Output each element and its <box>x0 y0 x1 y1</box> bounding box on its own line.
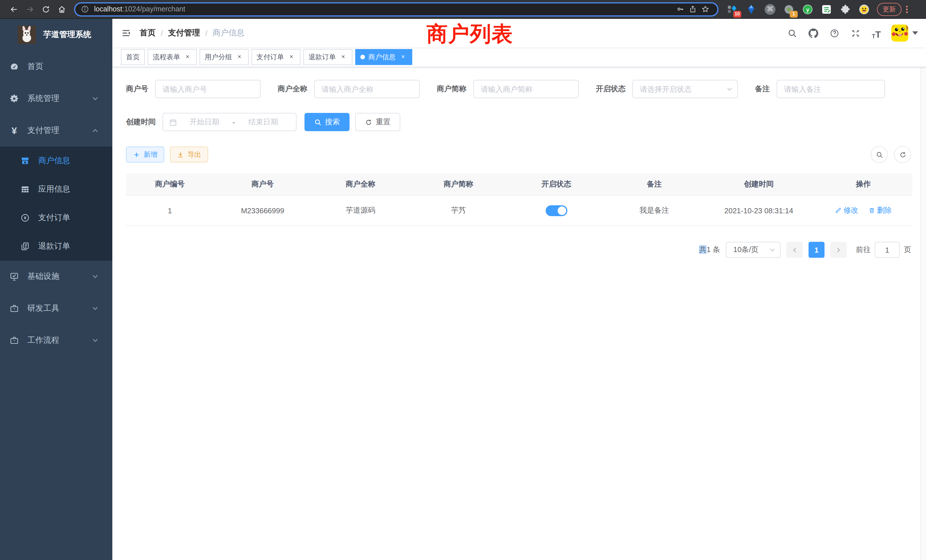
merchant-table: 商户编号 商户号 商户全称 商户简称 开启状态 备注 创建时间 操作 1 <box>126 173 912 226</box>
status-toggle[interactable] <box>545 205 567 216</box>
sidebar-item-system[interactable]: 系统管理 <box>0 83 112 115</box>
ext-y-icon[interactable]: y <box>802 3 814 15</box>
payment-submenu: 商户信息 应用信息 ¥ 支付订单 <box>0 147 112 260</box>
merchant-name-input[interactable] <box>314 80 420 98</box>
sidebar-item-app-info[interactable]: 应用信息 <box>0 175 112 204</box>
sidebar-fold-icon[interactable] <box>116 23 136 43</box>
remark-input[interactable] <box>776 80 885 98</box>
col-actions: 操作 <box>814 173 912 195</box>
date-range-picker[interactable]: 开始日期 - 结束日期 <box>162 113 297 131</box>
dashboard-icon <box>9 62 20 72</box>
sidebar-item-payment[interactable]: ¥ 支付管理 <box>0 115 112 147</box>
caret-down-icon <box>912 31 918 35</box>
refresh-table-icon-button[interactable] <box>894 146 911 163</box>
active-dot <box>360 55 365 59</box>
col-merchant-no: 商户号 <box>213 173 311 195</box>
edit-link[interactable]: 修改 <box>835 205 858 216</box>
sidebar-item-workflow[interactable]: 工作流程 <box>0 324 112 356</box>
tab-home[interactable]: 首页 <box>121 49 145 65</box>
close-icon[interactable]: × <box>287 53 295 61</box>
password-key-icon[interactable] <box>674 3 687 15</box>
app-title: 芋道管理系统 <box>43 30 91 40</box>
breadcrumb-home[interactable]: 首页 <box>140 28 156 38</box>
page-scrollbar[interactable] <box>920 19 926 560</box>
github-icon[interactable] <box>807 27 819 39</box>
pagination: 共1 条 10条/页 1 前往 <box>126 242 912 258</box>
forward-icon[interactable] <box>22 2 38 17</box>
tab-pay-order[interactable]: 支付订单× <box>251 49 301 65</box>
yen-circle-icon: ¥ <box>20 213 30 223</box>
reload-icon[interactable] <box>38 2 54 17</box>
pagination-goto: 前往 页 <box>856 242 911 258</box>
sidebar-item-refund-order[interactable]: 退款订单 <box>0 232 112 260</box>
page-size-select[interactable]: 10条/页 <box>726 242 781 258</box>
download-icon <box>177 151 184 158</box>
reset-button[interactable]: 重置 <box>355 113 400 131</box>
col-merchant-short: 商户简称 <box>409 173 507 195</box>
help-icon[interactable] <box>828 27 840 39</box>
briefcase-icon <box>9 303 20 314</box>
close-icon[interactable]: × <box>236 53 244 61</box>
ext-gem-icon[interactable] <box>745 3 757 15</box>
tab-user-group[interactable]: 用户分组× <box>200 49 249 65</box>
breadcrumb-payment[interactable]: 支付管理 <box>168 28 200 38</box>
close-icon[interactable]: × <box>339 53 347 61</box>
col-remark: 备注 <box>605 173 703 195</box>
add-button[interactable]: 新增 <box>126 147 164 162</box>
prev-page-button[interactable] <box>786 242 803 258</box>
close-icon[interactable]: × <box>399 53 407 61</box>
close-icon[interactable]: × <box>184 53 192 61</box>
ext-camera-icon[interactable]: 1 <box>783 3 795 15</box>
home-icon[interactable] <box>54 2 70 17</box>
sidebar-item-infrastructure[interactable]: 基础设施 <box>0 260 112 292</box>
font-size-icon[interactable]: TT <box>870 27 883 39</box>
create-time-label: 创建时间 <box>126 117 162 127</box>
col-create-time: 创建时间 <box>703 173 814 195</box>
bookmark-star-icon[interactable] <box>699 3 712 15</box>
breadcrumb: 首页 / 支付管理 / 商户信息 <box>140 28 245 38</box>
back-icon[interactable] <box>6 2 22 17</box>
remark-label: 备注 <box>755 84 776 94</box>
show-search-icon-button[interactable] <box>871 146 888 163</box>
next-page-button[interactable] <box>830 242 847 258</box>
extensions-area: 10 ⌘ 1 y <box>726 3 870 15</box>
export-button[interactable]: 导出 <box>170 147 208 162</box>
cell-merchant-name: 芋道源码 <box>312 195 409 226</box>
status-select[interactable] <box>632 80 738 98</box>
sidebar-item-merchant-info[interactable]: 商户信息 <box>0 147 112 175</box>
browser-menu-icon[interactable] <box>906 5 908 13</box>
search-icon <box>876 151 883 158</box>
gear-icon <box>9 94 20 104</box>
address-bar[interactable]: localhost:1024/pay/merchant <box>74 2 719 16</box>
pikachu-avatar <box>891 24 908 42</box>
share-icon[interactable] <box>687 3 699 15</box>
tab-process-form[interactable]: 流程表单× <box>148 49 197 65</box>
sidebar-item-home[interactable]: 首页 <box>0 51 112 83</box>
browser-update-button[interactable]: 更新 <box>877 3 902 16</box>
tab-refund-order[interactable]: 退款订单× <box>303 49 353 65</box>
tab-merchant-info[interactable]: 商户信息× <box>355 49 412 65</box>
chevron-down-icon <box>92 337 98 344</box>
svg-text:¥: ¥ <box>24 216 27 220</box>
delete-link[interactable]: 删除 <box>869 205 892 216</box>
page-info-icon[interactable] <box>81 5 89 13</box>
profile-emoji-avatar[interactable] <box>858 3 870 15</box>
ext-blocks-icon[interactable]: 10 <box>726 3 738 15</box>
monitor-check-icon <box>9 271 20 282</box>
sidebar-item-pay-order[interactable]: ¥ 支付订单 <box>0 204 112 232</box>
merchant-no-input[interactable] <box>155 80 260 98</box>
merchant-name-label: 商户全称 <box>278 84 314 94</box>
merchant-short-input[interactable] <box>473 80 579 98</box>
sidebar-logo[interactable]: 芋道管理系统 <box>0 19 112 51</box>
extensions-puzzle-icon[interactable] <box>839 3 851 15</box>
page-number-1[interactable]: 1 <box>808 242 825 258</box>
cell-remark: 我是备注 <box>605 195 703 226</box>
sidebar-item-dev-tools[interactable]: 研发工具 <box>0 292 112 324</box>
ext-notes-icon[interactable] <box>820 3 832 15</box>
goto-page-input[interactable] <box>875 242 900 258</box>
search-button[interactable]: 搜索 <box>304 113 350 131</box>
user-menu[interactable] <box>891 24 918 42</box>
ext-command-icon[interactable]: ⌘ <box>764 3 776 15</box>
fullscreen-icon[interactable] <box>849 27 862 39</box>
search-icon[interactable] <box>786 27 798 39</box>
